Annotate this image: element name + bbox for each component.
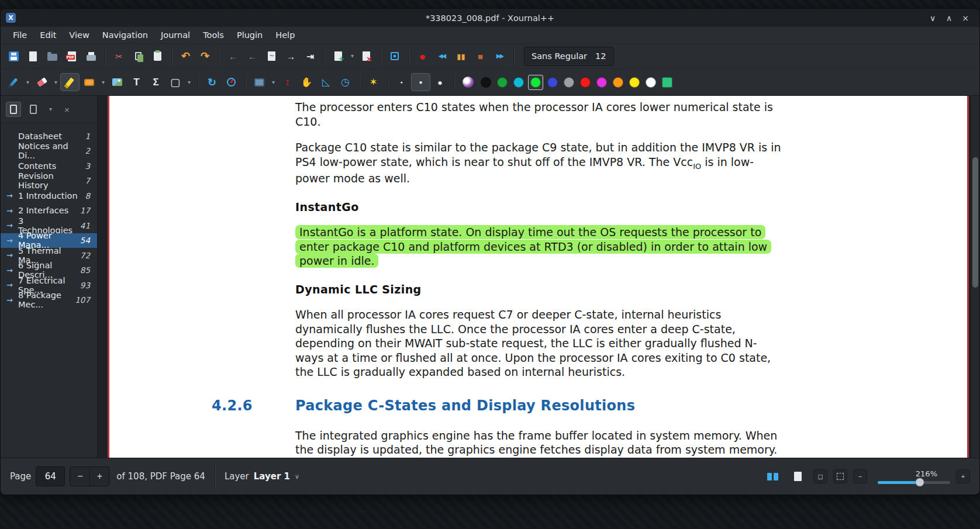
rewind-button[interactable]: ◀◀	[432, 47, 451, 65]
shape-tool-button[interactable]: ▢	[165, 73, 185, 91]
stop-button[interactable]: ■	[471, 47, 490, 65]
hand-tool-button[interactable]: ✋	[297, 73, 316, 91]
color-gray[interactable]	[564, 77, 574, 88]
delete-page-button[interactable]	[357, 47, 376, 65]
menu-plugin[interactable]: Plugin	[230, 28, 269, 42]
color-green-square[interactable]	[662, 77, 672, 88]
pen-tool-button[interactable]	[4, 73, 23, 91]
highlighter-tool-button[interactable]	[60, 73, 80, 91]
color-magenta[interactable]	[596, 77, 607, 88]
minimize-button[interactable]: ∨	[926, 12, 940, 25]
main-area: ▾ × Datasheet1 Notices and Di...2 Conten…	[1, 96, 979, 458]
fullscreen-button[interactable]	[385, 47, 404, 65]
export-pdf-button[interactable]	[62, 47, 81, 65]
sidebar-preview-tab[interactable]	[26, 102, 40, 116]
color-black[interactable]	[481, 77, 491, 88]
menu-navigation[interactable]: Navigation	[96, 28, 154, 42]
color-light-green[interactable]	[530, 77, 541, 88]
menu-journal[interactable]: Journal	[154, 28, 196, 42]
zoom-in-button[interactable]: +	[956, 469, 970, 483]
shape-recognizer-button[interactable]: ✶	[364, 73, 383, 91]
pdf-canvas[interactable]: The processor enters C10 states when the…	[108, 96, 969, 458]
sidebar-contents-tab[interactable]	[6, 102, 21, 117]
font-selector[interactable]: Sans Regular 12	[524, 47, 614, 66]
selection-tool-button[interactable]	[80, 73, 99, 91]
print-button[interactable]	[81, 47, 101, 65]
paste-button[interactable]	[148, 47, 167, 65]
thickness-thick-button[interactable]: ●	[430, 73, 450, 91]
snap-rotation-button[interactable]: ↻	[202, 73, 222, 91]
pause-button[interactable]: ▮▮	[451, 47, 471, 65]
toc-item-package-mechanical[interactable]: →8 Package Mec...107	[1, 293, 97, 308]
cut-button[interactable]: ✂	[109, 47, 129, 65]
color-green[interactable]	[497, 77, 508, 88]
close-button[interactable]: ×	[958, 12, 972, 25]
menu-edit[interactable]: Edit	[33, 28, 63, 42]
menu-view[interactable]: View	[63, 28, 95, 42]
compass-tool-button[interactable]: ◷	[336, 73, 355, 91]
undo-button[interactable]: ↶	[176, 47, 195, 65]
forward-button[interactable]: ▶▶	[490, 47, 509, 65]
maximize-button[interactable]: ∧	[942, 12, 956, 25]
scrollbar-thumb[interactable]	[972, 157, 978, 288]
vertical-space-icon: ↕	[285, 77, 290, 87]
vertical-space-button[interactable]: ↕	[278, 73, 297, 91]
shape-tool-dropdown[interactable]: ▾	[185, 73, 194, 91]
color-cyan[interactable]	[513, 77, 524, 88]
thickness-medium-button[interactable]: ●	[411, 73, 430, 91]
color-blue[interactable]	[547, 77, 558, 88]
menu-tools[interactable]: Tools	[196, 28, 230, 42]
selection-tool-dropdown[interactable]: ▾	[99, 73, 108, 91]
zoom-fit-button[interactable]	[833, 469, 847, 483]
snap-grid-button[interactable]	[222, 73, 241, 91]
color-white[interactable]	[646, 77, 656, 88]
color-yellow[interactable]	[629, 77, 640, 88]
select-rectangle-button[interactable]	[250, 73, 269, 91]
section-number: 4.2.6	[212, 397, 253, 415]
color-picker-button[interactable]	[458, 73, 478, 91]
previous-page-button[interactable]: ←	[243, 47, 262, 65]
eraser-tool-dropdown[interactable]: ▾	[51, 73, 60, 91]
redo-button[interactable]: ↷	[195, 47, 215, 65]
dual-page-view-button[interactable]	[763, 468, 782, 486]
toc-item-introduction[interactable]: →1 Introduction8	[1, 188, 97, 203]
last-page-button[interactable]: ⇥	[301, 47, 320, 65]
zoom-slider-handle[interactable]	[915, 478, 924, 487]
layer-selector[interactable]: Layer 1 ∨	[254, 471, 299, 482]
toc-item-notices[interactable]: Notices and Di...2	[1, 144, 97, 159]
presentation-view-button[interactable]	[788, 468, 808, 486]
first-page-button[interactable]: ←	[223, 47, 243, 65]
page-increment-button[interactable]: +	[89, 467, 109, 486]
add-page-dropdown[interactable]: ▾	[348, 47, 357, 65]
page-number-input[interactable]: 64	[36, 466, 65, 486]
sidebar-close-button[interactable]: ×	[61, 103, 73, 116]
add-page-button[interactable]	[329, 47, 348, 65]
menu-help[interactable]: Help	[269, 28, 301, 42]
eraser-tool-button[interactable]	[32, 73, 51, 91]
zoom-out-button[interactable]: −	[853, 469, 867, 483]
text-tool-button[interactable]: T	[127, 73, 146, 91]
thickness-fine-button[interactable]: ●	[392, 73, 411, 91]
sidebar-dropdown[interactable]: ▾	[46, 104, 56, 115]
annotated-page-button[interactable]	[262, 47, 281, 65]
page-decrement-button[interactable]: −	[70, 467, 89, 486]
new-file-button[interactable]	[23, 47, 43, 65]
color-red[interactable]	[580, 77, 591, 88]
image-tool-button[interactable]	[108, 73, 127, 91]
record-button[interactable]: ●	[413, 47, 432, 65]
tex-tool-button[interactable]: Σ	[146, 73, 165, 91]
next-page-button[interactable]: →	[281, 47, 301, 65]
setsquare-button[interactable]: ◺	[316, 73, 336, 91]
vertical-scrollbar[interactable]	[971, 96, 979, 458]
menu-file[interactable]: File	[6, 28, 33, 42]
zoom-original-button[interactable]: ◻	[813, 469, 827, 483]
copy-button[interactable]	[129, 47, 148, 65]
open-button[interactable]	[43, 47, 62, 65]
pen-tool-dropdown[interactable]: ▾	[23, 73, 32, 91]
save-button[interactable]	[4, 47, 23, 65]
toc-item-revision-history[interactable]: Revision History7	[1, 174, 97, 189]
select-rectangle-dropdown[interactable]: ▾	[269, 73, 278, 91]
pen-icon	[10, 78, 18, 86]
zoom-slider[interactable]	[878, 481, 950, 484]
color-orange[interactable]	[613, 77, 623, 88]
